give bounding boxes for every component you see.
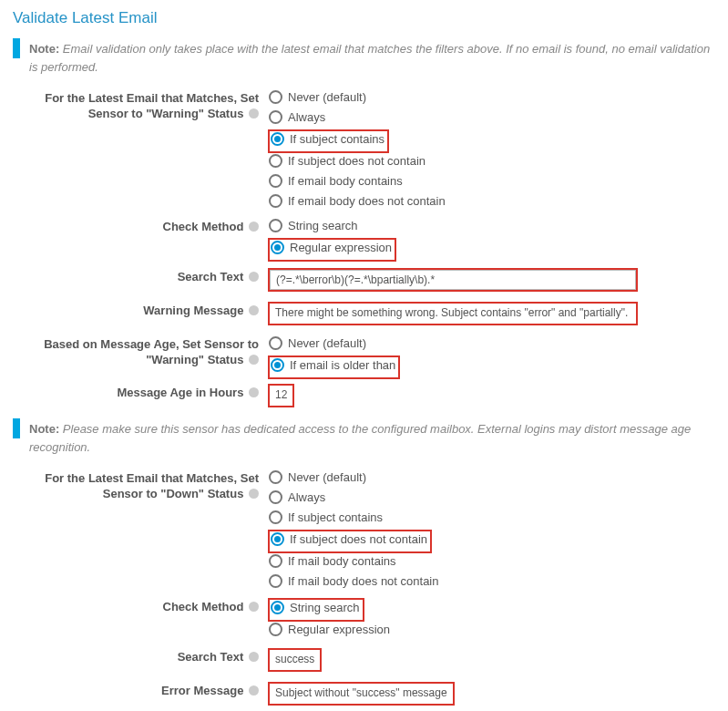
- radio-unchecked-icon[interactable]: [269, 336, 282, 350]
- label-down-status-text: For the Latest Email that Matches, Set S…: [45, 471, 259, 500]
- info-icon[interactable]: [249, 685, 259, 696]
- radio-option-label: If email is older than: [290, 358, 395, 372]
- radio-option[interactable]: String search: [268, 218, 715, 233]
- label-warning-message-text: Warning Message: [143, 304, 243, 317]
- note-bar-icon: [13, 38, 20, 58]
- radio-unchecked-icon[interactable]: [269, 510, 282, 524]
- radio-unchecked-icon[interactable]: [269, 623, 282, 636]
- note-1-label: Note:: [29, 42, 59, 56]
- radio-option-label: String search: [290, 601, 360, 614]
- highlight-box: Regular expression: [268, 238, 396, 262]
- radio-unchecked-icon[interactable]: [269, 194, 282, 208]
- radio-checked-icon[interactable]: [271, 241, 284, 254]
- label-age-hours: Message Age in Hours: [13, 383, 268, 401]
- age-hours-value[interactable]: 12: [270, 386, 292, 406]
- check-method-1-options: String searchRegular expression: [268, 217, 715, 262]
- radio-option[interactable]: If email body contains: [268, 173, 715, 189]
- highlight-box: If subject contains: [268, 129, 389, 153]
- label-warning-message: Warning Message: [13, 301, 268, 319]
- radio-unchecked-icon[interactable]: [269, 554, 282, 568]
- radio-option-label: If mail body does not contain: [288, 574, 439, 588]
- radio-unchecked-icon[interactable]: [269, 219, 282, 232]
- radio-option[interactable]: Regular expression: [270, 240, 395, 255]
- label-error-message-text: Error Message: [161, 684, 243, 697]
- radio-checked-icon[interactable]: [271, 358, 284, 372]
- info-icon[interactable]: [249, 222, 259, 232]
- radio-option[interactable]: Never (default): [268, 335, 715, 351]
- radio-option[interactable]: If email is older than: [270, 357, 398, 373]
- radio-unchecked-icon[interactable]: [269, 174, 282, 188]
- highlight-box: 12: [268, 384, 294, 407]
- info-icon[interactable]: [249, 355, 259, 365]
- radio-option-label: If subject contains: [288, 510, 383, 524]
- label-warning-status-text: For the Latest Email that Matches, Set S…: [45, 91, 259, 120]
- info-icon[interactable]: [249, 652, 259, 662]
- info-icon[interactable]: [249, 305, 259, 315]
- section-title: Validate Latest Email: [13, 9, 715, 27]
- label-age-warning: Based on Message Age, Set Sensor to "War…: [13, 335, 268, 368]
- radio-unchecked-icon[interactable]: [269, 90, 282, 104]
- search-text-1-input[interactable]: [270, 270, 636, 290]
- label-check-method-2: Check Method: [13, 597, 268, 615]
- age-warning-options: Never (default)If email is older than: [268, 335, 715, 379]
- radio-option[interactable]: String search: [270, 600, 363, 615]
- radio-option-label: String search: [288, 219, 358, 232]
- radio-option[interactable]: Never (default): [268, 469, 715, 485]
- radio-unchecked-icon[interactable]: [269, 490, 282, 504]
- info-icon[interactable]: [249, 272, 259, 282]
- label-check-method-2-text: Check Method: [163, 600, 244, 613]
- radio-option-label: Always: [288, 490, 325, 504]
- radio-checked-icon[interactable]: [271, 532, 284, 546]
- search-text-2-value[interactable]: success: [270, 650, 320, 670]
- highlight-box: If subject does not contain: [268, 530, 432, 553]
- radio-unchecked-icon[interactable]: [269, 470, 282, 484]
- radio-checked-icon[interactable]: [271, 601, 284, 614]
- info-icon[interactable]: [249, 489, 259, 499]
- note-2-text: Note: Please make sure this sensor has d…: [29, 418, 715, 456]
- highlight-box: success: [268, 648, 322, 672]
- down-status-options: Never (default)AlwaysIf subject contains…: [268, 469, 715, 593]
- info-icon[interactable]: [249, 108, 259, 118]
- check-method-2-options: String searchRegular expression: [268, 597, 715, 642]
- radio-option[interactable]: If mail body does not contain: [268, 573, 715, 589]
- radio-option[interactable]: Never (default): [268, 89, 715, 105]
- highlight-box: Subject without "success" message: [268, 682, 455, 706]
- warning-message-value[interactable]: There might be something wrong. Subject …: [270, 304, 636, 324]
- radio-option[interactable]: If subject does not contain: [270, 531, 430, 547]
- label-search-text-1-text: Search Text: [178, 270, 244, 283]
- radio-option-label: Never (default): [288, 470, 366, 484]
- radio-option-label: If email body contains: [288, 174, 403, 188]
- label-warning-status: For the Latest Email that Matches, Set S…: [13, 88, 268, 122]
- info-icon[interactable]: [249, 387, 259, 397]
- label-check-method-1: Check Method: [13, 217, 268, 235]
- radio-option-label: If email body does not contain: [288, 194, 446, 208]
- radio-checked-icon[interactable]: [271, 132, 284, 146]
- radio-unchecked-icon[interactable]: [269, 574, 282, 588]
- info-icon[interactable]: [249, 602, 259, 612]
- radio-option-label: Regular expression: [288, 623, 390, 636]
- highlight-box: [268, 268, 638, 292]
- radio-option[interactable]: If subject does not contain: [268, 153, 715, 169]
- highlight-box: There might be something wrong. Subject …: [268, 302, 638, 325]
- radio-option-label: Never (default): [288, 336, 366, 350]
- radio-option[interactable]: If email body does not contain: [268, 193, 715, 209]
- radio-unchecked-icon[interactable]: [269, 110, 282, 124]
- radio-option[interactable]: Always: [268, 109, 715, 125]
- highlight-box: If email is older than: [268, 356, 400, 379]
- radio-option[interactable]: If subject contains: [270, 131, 387, 147]
- label-age-hours-text: Message Age in Hours: [117, 386, 243, 399]
- radio-unchecked-icon[interactable]: [269, 154, 282, 168]
- note-bar-icon: [13, 418, 20, 438]
- radio-option[interactable]: Regular expression: [268, 622, 715, 637]
- radio-option[interactable]: If mail body contains: [268, 553, 715, 569]
- radio-option-label: Regular expression: [290, 241, 392, 254]
- label-down-status: For the Latest Email that Matches, Set S…: [13, 469, 268, 502]
- label-age-warning-text: Based on Message Age, Set Sensor to "War…: [44, 337, 259, 366]
- label-search-text-2-text: Search Text: [178, 650, 244, 664]
- note-2-body: Please make sure this sensor has dedicat…: [29, 422, 691, 454]
- radio-option[interactable]: Always: [268, 489, 715, 505]
- radio-option-label: If mail body contains: [288, 554, 396, 568]
- radio-option[interactable]: If subject contains: [268, 510, 715, 525]
- radio-option-label: Never (default): [288, 90, 366, 104]
- error-message-value[interactable]: Subject without "success" message: [270, 684, 453, 704]
